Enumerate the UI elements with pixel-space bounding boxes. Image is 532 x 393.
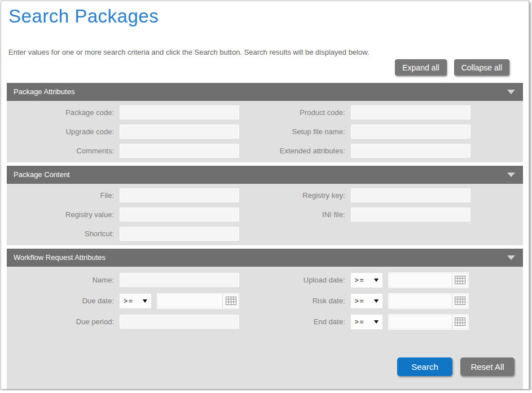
end-date-operator-select[interactable]: >=: [351, 315, 382, 329]
field-ini-file: INI file:: [265, 205, 524, 224]
field-label: Package code:: [7, 108, 120, 117]
calendar-icon[interactable]: [452, 294, 468, 308]
field-label: Upgrade code:: [7, 127, 120, 136]
section-title: Workflow Request Attributes: [14, 253, 105, 262]
footer-actions: Search Reset All: [7, 357, 523, 376]
shortcut-input[interactable]: [120, 227, 239, 241]
section-title: Package Attributes: [14, 87, 74, 96]
reset-all-button[interactable]: Reset All: [460, 357, 515, 376]
comments-input[interactable]: [120, 144, 239, 158]
collapse-arrow-icon: [507, 255, 515, 260]
upload-date-field: [388, 272, 469, 288]
section-header-workflow-request-attributes[interactable]: Workflow Request Attributes: [7, 249, 523, 267]
section-title: Package Content: [14, 170, 70, 179]
column-left: File: Registry value: Shortcut:: [7, 186, 265, 243]
ini-file-input[interactable]: [351, 207, 471, 222]
extended-attributes-input[interactable]: [351, 144, 471, 158]
field-label: Registry key:: [265, 191, 351, 200]
operator-value: >=: [355, 297, 365, 305]
field-label: File:: [7, 191, 120, 200]
end-date-field: [388, 314, 469, 330]
risk-date-input[interactable]: [389, 294, 452, 308]
field-label: INI file:: [265, 210, 351, 219]
due-date-field: [157, 293, 239, 309]
search-packages-page: Search Packages Enter values for one or …: [1, 1, 529, 390]
upload-date-input[interactable]: [389, 273, 452, 288]
field-label: End date:: [265, 317, 351, 326]
field-due-period: Due period:: [7, 311, 265, 332]
end-date-input[interactable]: [389, 315, 452, 329]
section-body-package-attributes: Package code: Upgrade code: Comments: Pr…: [7, 101, 523, 162]
field-extended-attributes: Extended attributes:: [265, 141, 524, 160]
registry-key-input[interactable]: [351, 188, 471, 202]
field-label: Product code:: [265, 108, 351, 117]
operator-value: >=: [355, 276, 365, 284]
collapse-arrow-icon: [507, 173, 515, 177]
dropdown-arrow-icon: [374, 279, 379, 282]
field-label: Upload date:: [265, 276, 351, 284]
registry-value-input[interactable]: [120, 207, 239, 222]
field-setup-file-name: Setup file name:: [265, 122, 524, 141]
field-label: Setup file name:: [265, 127, 351, 136]
column-left: Name: Due date: >=: [7, 270, 265, 332]
field-label: Extended attributes:: [265, 147, 351, 155]
page-instructions: Enter values for one or more search crit…: [8, 48, 523, 56]
calendar-icon[interactable]: [452, 315, 468, 329]
column-right: Registry key: INI file:: [265, 186, 524, 243]
name-input[interactable]: [120, 273, 239, 287]
risk-date-operator-select[interactable]: >=: [351, 294, 382, 308]
upload-date-operator-select[interactable]: >=: [351, 273, 382, 288]
field-label: Registry value:: [7, 210, 120, 219]
column-left: Package code: Upgrade code: Comments:: [7, 103, 265, 160]
field-label: Due period:: [7, 317, 120, 326]
setup-file-name-input[interactable]: [351, 125, 471, 139]
field-product-code: Product code:: [265, 103, 524, 122]
field-label: Due date:: [7, 297, 120, 305]
collapse-all-button[interactable]: Collapse all: [454, 59, 509, 76]
dropdown-arrow-icon: [374, 299, 379, 303]
section-body-package-content: File: Registry value: Shortcut: Registry…: [7, 184, 523, 245]
field-label: Name:: [7, 276, 120, 284]
field-package-code: Package code:: [7, 103, 265, 122]
field-upgrade-code: Upgrade code:: [7, 122, 265, 141]
due-period-input[interactable]: [120, 315, 239, 329]
due-date-input[interactable]: [157, 294, 222, 308]
section-body-workflow-request-attributes: Name: Due date: >=: [7, 267, 523, 390]
dropdown-arrow-icon: [143, 299, 147, 303]
operator-value: >=: [124, 297, 134, 305]
section-package-attributes: Package Attributes Package code: Upgrade…: [7, 83, 523, 162]
product-code-input[interactable]: [351, 105, 471, 120]
expand-all-button[interactable]: Expand all: [395, 59, 446, 76]
upgrade-code-input[interactable]: [120, 125, 239, 139]
search-button[interactable]: Search: [397, 357, 452, 376]
file-input[interactable]: [120, 188, 239, 202]
calendar-icon[interactable]: [452, 273, 468, 288]
calendar-icon[interactable]: [222, 294, 239, 308]
field-comments: Comments:: [7, 141, 265, 160]
page-title: Search Packages: [8, 6, 523, 27]
section-package-content: Package Content File: Registry value: Sh…: [7, 166, 523, 245]
column-right: Product code: Setup file name: Extended …: [265, 103, 524, 160]
field-registry-value: Registry value:: [7, 205, 265, 224]
field-end-date: End date: >=: [265, 311, 524, 332]
collapse-arrow-icon: [507, 90, 515, 94]
column-right: Upload date: >=: [265, 270, 524, 332]
field-label: Comments:: [7, 147, 120, 155]
field-shortcut: Shortcut:: [7, 224, 265, 243]
due-date-operator-select[interactable]: >=: [120, 294, 151, 308]
section-workflow-request-attributes: Workflow Request Attributes Name: Due da…: [7, 249, 523, 390]
expand-collapse-toolbar: Expand all Collapse all: [7, 59, 523, 76]
operator-value: >=: [355, 318, 365, 326]
field-label: Shortcut:: [7, 229, 120, 238]
field-name: Name:: [7, 270, 265, 290]
package-code-input[interactable]: [120, 105, 239, 120]
field-upload-date: Upload date: >=: [265, 270, 524, 290]
dropdown-arrow-icon: [374, 320, 379, 324]
field-file: File:: [7, 186, 265, 205]
section-header-package-attributes[interactable]: Package Attributes: [7, 83, 523, 101]
field-risk-date: Risk date: >=: [265, 290, 524, 311]
section-header-package-content[interactable]: Package Content: [7, 166, 523, 184]
field-label: Risk date:: [265, 297, 351, 305]
risk-date-field: [388, 293, 469, 309]
field-due-date: Due date: >=: [7, 290, 265, 311]
